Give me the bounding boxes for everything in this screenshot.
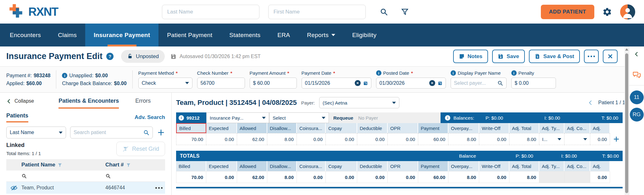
col-writeoff[interactable]: Write-Off [479, 123, 509, 133]
col-adj[interactable]: Adj. [590, 123, 610, 133]
first-name-input[interactable] [268, 5, 366, 19]
search-field-select[interactable]: Last Name [6, 127, 66, 138]
col-adj-type[interactable]: Adj. Ty... [539, 123, 564, 133]
notes-button[interactable]: Notes [453, 50, 488, 63]
nav-encounters[interactable]: Encounters [1, 24, 49, 46]
penalty-input[interactable] [515, 80, 552, 86]
add-patient-button[interactable]: ADD PATIENT [541, 5, 594, 19]
requeue-label[interactable]: Requeue [333, 115, 353, 121]
search-icon[interactable] [497, 80, 503, 86]
col-deductible[interactable]: Deductible [357, 123, 388, 133]
notification-badge[interactable]: 11 [630, 90, 644, 104]
nav-patient-payment[interactable]: Patient Payment [158, 24, 221, 46]
opr-cell[interactable]: 0.00 [388, 133, 418, 145]
coinsurance-cell[interactable]: 0.00 [297, 133, 326, 145]
search-icon[interactable] [21, 173, 27, 179]
gear-icon[interactable] [602, 7, 612, 17]
chart-number-column-header[interactable]: Chart # [105, 162, 124, 168]
col-billed[interactable]: Billed [176, 123, 206, 133]
payment-date-input[interactable] [305, 80, 352, 86]
copay-cell[interactable]: 0.00 [326, 133, 357, 145]
patient-name-column-header[interactable]: Patient Name [21, 162, 55, 168]
adj-code-select[interactable] [564, 133, 590, 145]
col-allowed[interactable]: Allowed [237, 123, 267, 133]
clear-date-icon[interactable]: ✕ [355, 80, 361, 86]
billed-cell[interactable]: 70.00 [176, 133, 206, 145]
expected-cell[interactable]: 0.00 [206, 133, 237, 145]
posted-date-input[interactable] [380, 80, 427, 86]
col-disallowed[interactable]: Disallow... [267, 123, 297, 133]
col-adj-code[interactable]: Adj. Co... [564, 123, 590, 133]
payment-cell[interactable]: 60.00 [418, 133, 448, 145]
filter-icon[interactable] [401, 8, 409, 16]
search-icon[interactable] [380, 8, 388, 16]
col-opr[interactable]: OPR [388, 123, 418, 133]
adj-total-cell[interactable]: 8.00 [509, 133, 539, 145]
info-icon[interactable]: i [445, 115, 450, 121]
nav-statements[interactable]: Statements [221, 24, 269, 46]
payment-method-select[interactable]: Check [138, 78, 192, 89]
overpayment-cell[interactable]: 8.00 [448, 133, 479, 145]
display-payer-input[interactable] [454, 80, 495, 86]
close-button[interactable]: ✕ [603, 50, 618, 63]
calendar-icon[interactable] [438, 80, 442, 86]
more-actions-button[interactable] [584, 50, 599, 63]
help-icon[interactable]: ? [106, 53, 114, 60]
nav-era[interactable]: ERA [269, 24, 298, 46]
writeoff-cell[interactable]: 0.00 [479, 133, 509, 145]
last-name-input[interactable] [162, 5, 259, 19]
add-adjustment-button[interactable] [610, 133, 623, 145]
payer-select[interactable]: (Sec) Aetna [319, 97, 399, 108]
adj-type-select[interactable]: I... [539, 133, 564, 145]
patient-row[interactable]: Team, Product 4646744 [6, 182, 165, 194]
prev-patient-icon[interactable] [588, 100, 593, 106]
save-post-button[interactable]: $ Save & Post [529, 50, 580, 63]
adv-search-link[interactable]: Adv. Search [135, 114, 165, 121]
allowed-cell[interactable]: 62.00 [237, 133, 267, 145]
collapse-rail-button[interactable] [634, 51, 639, 57]
calendar-icon[interactable] [363, 80, 368, 86]
clear-date-icon[interactable]: ✕ [429, 80, 435, 86]
user-avatar[interactable] [620, 4, 635, 19]
check-number-input[interactable] [201, 80, 242, 86]
tab-errors[interactable]: Errors [135, 98, 151, 109]
save-button[interactable]: Save [492, 50, 525, 63]
filter-icon[interactable] [58, 163, 62, 167]
search-icon[interactable] [143, 129, 149, 136]
nav-eligibility[interactable]: Eligibility [344, 24, 385, 46]
search-icon[interactable] [105, 173, 111, 179]
col-expected[interactable]: Expected [206, 123, 237, 133]
col-copay[interactable]: Copay [326, 123, 357, 133]
nav-reports[interactable]: Reports [298, 24, 344, 46]
add-patient-link-icon[interactable] [157, 128, 165, 137]
disallowed-cell[interactable]: 8.00 [267, 133, 297, 145]
row-more-button[interactable] [153, 187, 165, 189]
payment-amount-input[interactable] [253, 80, 293, 86]
deductible-cell[interactable]: 0.00 [357, 133, 388, 145]
col-payment[interactable]: Payment [418, 123, 448, 133]
info-icon[interactable]: i [451, 70, 456, 76]
eye-slash-icon[interactable] [10, 184, 18, 192]
scroll-up-arrow[interactable] [625, 48, 628, 51]
user-initials-badge[interactable]: RG [630, 108, 644, 122]
collapse-panel-button[interactable]: Collapse [6, 98, 34, 104]
adjustment-select[interactable]: Select [269, 112, 329, 123]
reset-grid-button[interactable]: Reset Grid [116, 142, 165, 156]
info-icon[interactable]: i [511, 70, 517, 76]
nav-claims[interactable]: Claims [49, 24, 85, 46]
col-overpayment[interactable]: Overpay... [448, 123, 479, 133]
nav-insurance-payment[interactable]: Insurance Payment [85, 24, 158, 46]
rxnt-logo[interactable]: RXNT [9, 3, 58, 20]
info-icon[interactable]: i [179, 115, 184, 121]
info-icon[interactable]: i [376, 70, 381, 76]
chat-icon[interactable] [632, 70, 641, 79]
search-patient-input[interactable] [74, 130, 141, 135]
insurance-payment-select[interactable]: Insurance Pay... [206, 112, 269, 123]
adj-cell[interactable]: 0.00 [590, 133, 610, 145]
filter-icon[interactable] [126, 163, 131, 167]
scrollbar-thumb[interactable] [625, 53, 628, 193]
tab-patients-encounters[interactable]: Patients & Encounters [58, 98, 119, 109]
col-adj-total[interactable]: Adj. Total [509, 123, 539, 133]
col-coinsurance[interactable]: Coinsura... [297, 123, 326, 133]
info-icon[interactable]: i [62, 73, 67, 78]
